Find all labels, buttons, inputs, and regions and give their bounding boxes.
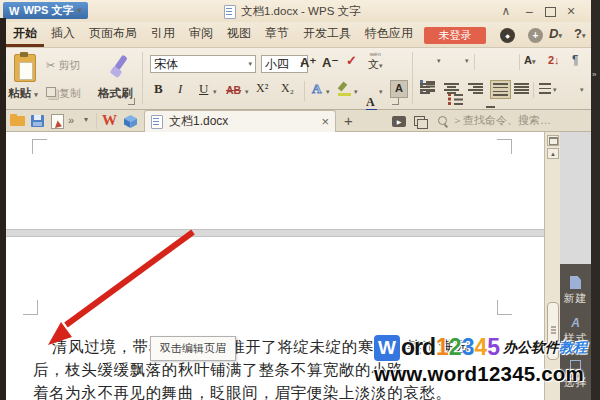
- app-button-label: WPS 文字: [23, 3, 73, 18]
- cut-button[interactable]: ✂ 剪切: [46, 58, 80, 73]
- tab-home[interactable]: 开始: [6, 21, 44, 47]
- tab-section[interactable]: 章节: [258, 21, 296, 47]
- justify-icon[interactable]: [490, 80, 511, 99]
- underline-button[interactable]: U: [199, 81, 208, 97]
- superscript-button[interactable]: X²: [256, 81, 268, 96]
- minimize-button[interactable]: −: [520, 4, 538, 20]
- bullets-caret-icon[interactable]: ▾: [437, 57, 441, 65]
- open-folder-icon[interactable]: [10, 116, 25, 126]
- character-scale-button[interactable]: A▾: [524, 54, 535, 66]
- sidebar-item-new[interactable]: 新建: [560, 276, 591, 306]
- underline-caret-icon[interactable]: ▾: [213, 88, 217, 96]
- margin-mark: [497, 139, 512, 154]
- italic-button[interactable]: I: [178, 81, 182, 97]
- text-effects-button[interactable]: A: [312, 81, 321, 97]
- paste-icon[interactable]: [14, 54, 36, 82]
- workspace-cube-icon[interactable]: [124, 114, 137, 132]
- page-gap: [6, 229, 544, 237]
- paste-button[interactable]: 粘贴 ▾: [8, 86, 38, 101]
- clipboard-dialog-launcher[interactable]: [128, 98, 135, 105]
- login-button[interactable]: 未登录: [424, 27, 486, 44]
- tab-page-layout[interactable]: 页面布局: [82, 21, 144, 47]
- new-document-icon: [570, 276, 581, 289]
- header-edit-tooltip: 双击编辑页眉: [150, 336, 236, 361]
- strikethrough-caret-icon[interactable]: ▾: [245, 88, 249, 96]
- tab-developer[interactable]: 开发工具: [296, 21, 358, 47]
- align-center-icon[interactable]: [444, 82, 459, 95]
- sort-icon[interactable]: 2↓: [548, 54, 560, 66]
- line-spacing-icon[interactable]: [539, 82, 551, 95]
- shrink-font-button[interactable]: A⁻: [322, 55, 338, 70]
- tab-review[interactable]: 审阅: [182, 21, 220, 47]
- video-icon[interactable]: ▶: [392, 116, 406, 127]
- wps-app-button[interactable]: W WPS 文字 ▾: [3, 2, 88, 19]
- save-icon[interactable]: [31, 115, 44, 127]
- tab-insert[interactable]: 插入: [44, 21, 82, 47]
- close-button[interactable]: ×: [562, 3, 580, 19]
- numbering-caret-icon[interactable]: ▾: [465, 57, 469, 65]
- search-placeholder: ＞查找命令、搜索…: [452, 113, 551, 128]
- new-tab-button[interactable]: +: [344, 112, 353, 129]
- help-icon[interactable]: ?▾: [574, 26, 585, 41]
- scissors-icon: ✂: [46, 59, 55, 71]
- show-paragraph-mark-icon[interactable]: ¶: [572, 53, 578, 67]
- shading-caret-icon[interactable]: ▾: [580, 86, 584, 94]
- watermark-w-badge: W: [374, 335, 400, 361]
- add-icon[interactable]: +: [528, 28, 543, 43]
- scroll-up-icon[interactable]: ▲: [547, 148, 559, 159]
- vip-icon[interactable]: ◆: [500, 28, 515, 43]
- subscript-button[interactable]: X₂: [281, 81, 294, 96]
- close-tab-icon[interactable]: ×: [321, 114, 329, 129]
- highlight-icon[interactable]: [338, 82, 352, 96]
- tab-view[interactable]: 视图: [220, 21, 258, 47]
- grow-font-button[interactable]: A⁺: [300, 55, 316, 70]
- signature-icon[interactable]: D▾: [549, 26, 562, 41]
- panel-expand-icon[interactable]: »: [592, 70, 596, 79]
- copy-button[interactable]: 复制: [46, 86, 81, 101]
- ribbon: 粘贴 ▾ ✂ 剪切 复制 格式刷 宋体▾ 小四▾ A⁺ A⁻ ✓ wén 文▾ …: [0, 47, 600, 110]
- desktop-edge: [0, 18, 6, 400]
- tab-references[interactable]: 引用: [144, 21, 182, 47]
- more-tools-icon[interactable]: »: [68, 114, 74, 126]
- ruler-toggle-icon[interactable]: [547, 135, 559, 146]
- document-icon: [224, 5, 236, 19]
- tab-special-features[interactable]: 特色应用: [358, 21, 420, 47]
- export-icon[interactable]: [51, 114, 64, 129]
- wps-writer-icon[interactable]: W: [102, 112, 117, 129]
- document-tab-bar: » ▾ W 文档1.docx × + ▶ ＞查找命令、搜索…: [0, 110, 600, 132]
- share-icon[interactable]: [414, 116, 425, 126]
- font-dialog-launcher[interactable]: [392, 98, 399, 105]
- wps-logo-icon: W: [9, 5, 19, 17]
- highlight-caret-icon[interactable]: ▾: [354, 88, 358, 96]
- font-name-select[interactable]: 宋体▾: [150, 55, 256, 73]
- margin-mark: [32, 139, 47, 154]
- format-painter-icon[interactable]: [108, 55, 130, 79]
- document-text-line[interactable]: 后，枝头缓缓飘落的秋叶铺满了整条不算宽敞的小路，: [33, 360, 419, 381]
- strikethrough-button[interactable]: AB: [226, 84, 241, 96]
- collapse-ribbon-icon[interactable]: ∧: [497, 4, 515, 18]
- styles-icon: A: [560, 316, 591, 331]
- text-effects-caret-icon[interactable]: ▾: [326, 88, 330, 96]
- character-shading-button[interactable]: A: [390, 80, 408, 98]
- font-color-caret-icon[interactable]: ▾: [379, 88, 383, 96]
- window-title: 文档1.docx - WPS 文字: [224, 4, 361, 19]
- align-right-icon[interactable]: [468, 82, 483, 95]
- chevron-down-icon: ▾: [78, 6, 82, 15]
- search-icon: [438, 116, 447, 125]
- margin-mark: [497, 300, 512, 315]
- distribute-icon[interactable]: [514, 82, 529, 95]
- copy-icon: [46, 87, 56, 97]
- pinyin-guide-button[interactable]: wén 文▾: [368, 52, 383, 72]
- margin-mark: [23, 300, 38, 315]
- watermark-url: www.word12345.com: [374, 362, 600, 386]
- clear-format-icon[interactable]: ✓: [346, 53, 357, 68]
- document-tab[interactable]: 文档1.docx ×: [144, 110, 336, 132]
- maximize-button[interactable]: [545, 7, 556, 17]
- line-spacing-caret-icon[interactable]: ▾: [553, 86, 557, 94]
- page-1[interactable]: [6, 132, 544, 229]
- command-search[interactable]: ＞查找命令、搜索…: [438, 113, 551, 128]
- align-left-icon[interactable]: [420, 82, 435, 95]
- document-icon: [151, 115, 163, 129]
- toolbar-caret-icon[interactable]: ▾: [84, 115, 88, 124]
- bold-button[interactable]: B: [154, 81, 163, 97]
